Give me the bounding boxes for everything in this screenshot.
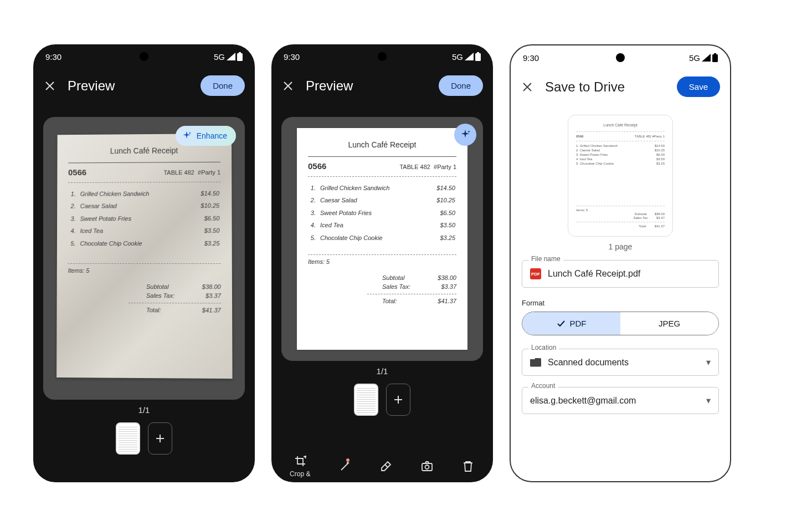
phone-screen-preview-clean: 9:30 5G Preview Done Lunch Café Receipt … [271, 44, 493, 482]
account-label: Account [528, 382, 558, 390]
close-icon[interactable] [43, 79, 56, 93]
status-time: 9:30 [284, 52, 300, 62]
app-header: Preview Done [33, 69, 255, 103]
receipt-items: 1.Grilled Chicken Sandwich$14.50 2.Caesa… [68, 186, 221, 250]
trash-icon [461, 460, 475, 473]
plus-icon [393, 395, 403, 405]
page-thumbnail[interactable] [116, 422, 140, 455]
plus-icon [155, 433, 165, 443]
filename-label: File name [528, 255, 563, 263]
signal-icon [227, 53, 235, 60]
scan-canvas[interactable]: Enhance Lunch Café Receipt 0566 TABLE 48… [43, 117, 245, 400]
page-count: 1 page [522, 242, 719, 251]
svg-rect-0 [237, 53, 243, 61]
status-time: 9:30 [523, 53, 539, 63]
document-preview[interactable]: Lunch Café Receipt 0566TABLE 482 #Party … [568, 115, 673, 237]
network-type: 5G [452, 52, 463, 62]
indicator-dot [346, 458, 350, 462]
svg-rect-6 [712, 54, 718, 62]
receipt-order-no: 0566 [308, 160, 326, 173]
location-field-group: Location Scanned documents ▾ [522, 349, 719, 376]
receipt-title: Lunch Café Receipt [68, 145, 220, 157]
account-field-group: Account elisa.g.beckett@gmail.com ▾ [522, 387, 719, 414]
camera-hole [140, 52, 148, 61]
add-page-button[interactable] [386, 384, 410, 416]
account-dropdown[interactable]: elisa.g.beckett@gmail.com ▾ [522, 387, 719, 414]
filename-input[interactable]: PDF Lunch Café Receipt.pdf [522, 260, 719, 288]
signal-icon [465, 53, 474, 60]
eraser-button[interactable] [379, 460, 393, 473]
crop-rotate-icon [294, 455, 307, 468]
status-indicators: 5G [689, 53, 718, 63]
scanned-receipt-clean: Lunch Café Receipt 0566 TABLE 482 #Party… [297, 128, 467, 350]
svg-point-5 [425, 465, 429, 469]
svg-rect-4 [422, 463, 432, 471]
camera-hole [616, 53, 625, 62]
network-type: 5G [689, 53, 700, 63]
close-icon[interactable] [521, 80, 534, 94]
battery-icon [475, 52, 481, 61]
status-indicators: 5G [452, 52, 481, 62]
delete-button[interactable] [461, 460, 475, 473]
format-label: Format [522, 299, 719, 307]
receipt-totals: Subtotal$38.00 Sales Tax:$3.37 Total:$41… [308, 273, 456, 306]
app-header: Preview Done [271, 69, 493, 103]
receipt-items-count: Items: 5 [308, 257, 456, 267]
receipt-items: 1.Grilled Chicken Sandwich$14.50 2.Caesa… [308, 181, 456, 245]
svg-rect-2 [475, 53, 481, 61]
enhance-label: Enhance [197, 131, 227, 140]
receipt-title: Lunch Café Receipt [308, 139, 456, 151]
phone-screen-save-to-drive: 9:30 5G Save to Drive Save Lunch Café Re… [510, 44, 731, 482]
crop-label: Crop & [290, 470, 310, 478]
svg-rect-3 [477, 52, 479, 53]
filter-button[interactable] [338, 460, 352, 473]
scan-canvas[interactable]: Lunch Café Receipt 0566 TABLE 482 #Party… [281, 117, 483, 361]
location-label: Location [528, 344, 559, 351]
enhance-button[interactable] [454, 124, 476, 146]
location-value: Scanned documents [548, 358, 629, 368]
page-title: Save to Drive [545, 79, 625, 95]
eraser-icon [379, 460, 393, 473]
receipt-table-party: TABLE 482 #Party 1 [163, 168, 220, 177]
phone-screen-preview-raw: 9:30 5G Preview Done Enhance Lunch Café … [33, 44, 255, 482]
receipt-order-no: 0566 [68, 166, 86, 178]
battery-icon [237, 52, 243, 61]
chevron-down-icon: ▾ [706, 395, 711, 406]
format-pdf-option[interactable]: PDF [522, 312, 620, 335]
close-icon[interactable] [281, 79, 295, 93]
location-dropdown[interactable]: Scanned documents ▾ [522, 349, 719, 376]
battery-icon [712, 53, 718, 62]
svg-rect-1 [239, 52, 241, 53]
editor-toolbar: Crop & [271, 447, 493, 482]
crop-rotate-button[interactable]: Crop & [290, 455, 310, 478]
sparkle-icon [181, 130, 192, 141]
page-title: Preview [68, 78, 115, 94]
add-page-button[interactable] [148, 422, 172, 455]
done-button[interactable]: Done [201, 75, 245, 96]
app-header: Save to Drive Save [511, 70, 730, 104]
done-button[interactable]: Done [439, 75, 483, 96]
svg-rect-7 [714, 53, 716, 54]
page-title: Preview [306, 78, 353, 94]
retake-button[interactable] [420, 460, 434, 473]
page-indicator: 1/1 [33, 405, 255, 415]
status-indicators: 5G [214, 52, 243, 62]
format-segmented-control: PDF JPEG [522, 312, 719, 335]
thumbnail-row [33, 422, 255, 455]
receipt-items-count: Items: 5 [68, 266, 221, 276]
scanned-receipt-photo: Lunch Café Receipt 0566 TABLE 482 #Party… [56, 134, 232, 379]
status-time: 9:30 [45, 52, 61, 62]
enhance-button[interactable]: Enhance [176, 126, 236, 146]
page-indicator: 1/1 [271, 366, 493, 376]
page-thumbnail[interactable] [354, 384, 378, 416]
filename-value: Lunch Café Receipt.pdf [548, 269, 640, 279]
signal-icon [702, 54, 711, 62]
thumbnail-row [271, 384, 493, 416]
chevron-down-icon: ▾ [706, 357, 711, 368]
format-jpeg-option[interactable]: JPEG [620, 312, 718, 335]
receipt-totals: Subtotal$38.00 Sales Tax:$3.37 Total:$41… [68, 282, 221, 314]
save-button[interactable]: Save [677, 76, 720, 97]
sparkle-icon [459, 129, 471, 141]
account-value: elisa.g.beckett@gmail.com [530, 396, 636, 406]
filename-field-group: File name PDF Lunch Café Receipt.pdf [522, 260, 719, 288]
